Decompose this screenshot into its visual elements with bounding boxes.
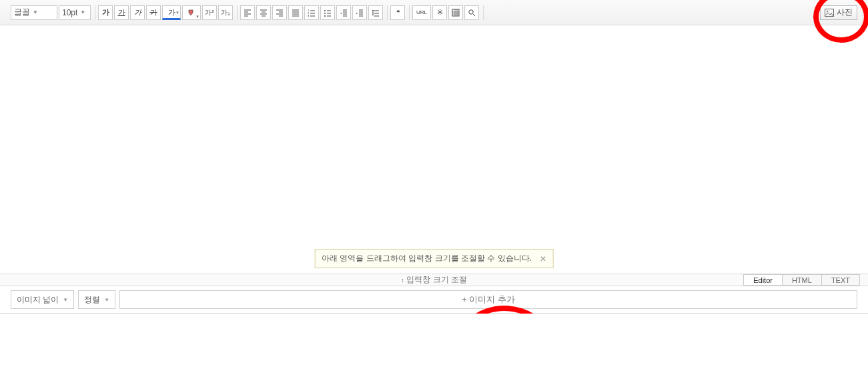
find-button[interactable] (464, 5, 479, 20)
align-center-button[interactable] (256, 5, 271, 20)
photo-button-label: 사진 (837, 7, 853, 18)
line-height-icon (372, 9, 380, 17)
quote-group: ❝ (390, 5, 410, 20)
font-family-value: 글꼴 (14, 7, 30, 18)
blockquote-button[interactable]: ❝ (390, 5, 405, 20)
ordered-list-icon: 123 (308, 9, 316, 17)
svg-point-3 (324, 10, 326, 11)
table-button[interactable] (448, 5, 463, 20)
special-char-button[interactable]: ※ (432, 5, 447, 20)
tab-text[interactable]: TEXT (821, 274, 860, 286)
insert-group: URL ※ (412, 5, 484, 20)
resize-handle-bar[interactable]: ↕ 입력창 크기 조절 Editor HTML TEXT (0, 274, 868, 286)
strike-button[interactable]: 가 (146, 5, 161, 20)
line-height-button[interactable] (368, 5, 383, 20)
text-style-group: 가 가 가 가 가 ▼ ▼ 가² 가₂ (98, 5, 238, 20)
resize-tooltip: 아래 영역을 드래그하여 입력창 크기를 조절할 수 있습니다. ✕ (314, 249, 554, 268)
image-align-label: 정렬 (84, 294, 100, 306)
add-image-label: + 이미지 추가 (462, 294, 515, 306)
svg-text:3: 3 (308, 14, 310, 17)
font-size-select[interactable]: 10pt ▼ (59, 5, 91, 20)
subscript-button[interactable]: 가₂ (218, 5, 233, 20)
image-attach-row: 이미지 넓이 ▼ 정렬 ▼ + 이미지 추가 (0, 286, 868, 314)
url-button[interactable]: URL (412, 5, 431, 20)
photo-button[interactable]: 사진 (820, 5, 857, 20)
align-justify-button[interactable] (288, 5, 303, 20)
image-align-select[interactable]: 정렬 ▼ (78, 290, 115, 309)
font-color-button[interactable]: 가 ▼ (162, 5, 181, 20)
align-center-icon (260, 9, 268, 17)
add-image-button[interactable]: + 이미지 추가 (119, 290, 857, 309)
outdent-button[interactable] (336, 5, 351, 20)
font-family-select[interactable]: 글꼴 ▼ (11, 5, 57, 20)
superscript-button[interactable]: 가² (202, 5, 217, 20)
table-icon (452, 9, 460, 17)
close-icon[interactable]: ✕ (540, 254, 546, 264)
align-justify-icon (292, 9, 300, 17)
editor-mode-tabs: Editor HTML TEXT (744, 274, 860, 286)
chevron-down-icon: ▼ (175, 8, 179, 17)
chevron-down-icon: ▼ (33, 9, 38, 15)
image-width-select[interactable]: 이미지 넓이 ▼ (11, 290, 74, 309)
chevron-down-icon: ▼ (195, 15, 199, 19)
quote-icon: ❝ (396, 9, 400, 16)
outdent-icon (340, 9, 348, 17)
underline-button[interactable]: 가 (114, 5, 129, 20)
align-left-button[interactable] (240, 5, 255, 20)
editor-content-area[interactable]: 아래 영역을 드래그하여 입력창 크기를 조절할 수 있습니다. ✕ (0, 25, 868, 274)
photo-icon (825, 9, 834, 17)
font-group: 글꼴 ▼ 10pt ▼ (11, 5, 95, 20)
chevron-down-icon: ▼ (63, 297, 68, 303)
fill-icon (187, 9, 195, 17)
align-right-icon (276, 9, 284, 17)
resize-bar-label: 입력창 크기 조절 (406, 274, 467, 286)
editor-toolbar: 글꼴 ▼ 10pt ▼ 가 가 가 가 가 ▼ ▼ (0, 0, 868, 25)
svg-point-7 (469, 9, 473, 13)
align-right-button[interactable] (272, 5, 287, 20)
resize-handle-icon: ↕ (401, 277, 404, 284)
tab-editor[interactable]: Editor (743, 274, 783, 286)
unordered-list-icon (324, 9, 332, 17)
search-icon (468, 9, 476, 17)
image-width-label: 이미지 넓이 (17, 294, 59, 306)
unordered-list-button[interactable] (320, 5, 335, 20)
resize-tooltip-text: 아래 영역을 드래그하여 입력창 크기를 조절할 수 있습니다. (322, 253, 532, 264)
paragraph-group: 123 (240, 5, 388, 20)
svg-point-5 (324, 15, 326, 17)
font-size-value: 10pt (62, 8, 77, 17)
svg-rect-6 (452, 9, 459, 16)
svg-point-9 (827, 10, 828, 11)
align-left-icon (244, 9, 252, 17)
bg-color-button[interactable]: ▼ (182, 5, 201, 20)
tab-html[interactable]: HTML (782, 274, 822, 286)
chevron-down-icon: ▼ (80, 9, 85, 15)
special-char-icon: ※ (437, 8, 443, 17)
svg-point-4 (324, 13, 326, 14)
bold-button[interactable]: 가 (98, 5, 113, 20)
italic-button[interactable]: 가 (130, 5, 145, 20)
chevron-down-icon: ▼ (104, 297, 109, 303)
ordered-list-button[interactable]: 123 (304, 5, 319, 20)
indent-button[interactable] (352, 5, 367, 20)
indent-icon (356, 9, 364, 17)
